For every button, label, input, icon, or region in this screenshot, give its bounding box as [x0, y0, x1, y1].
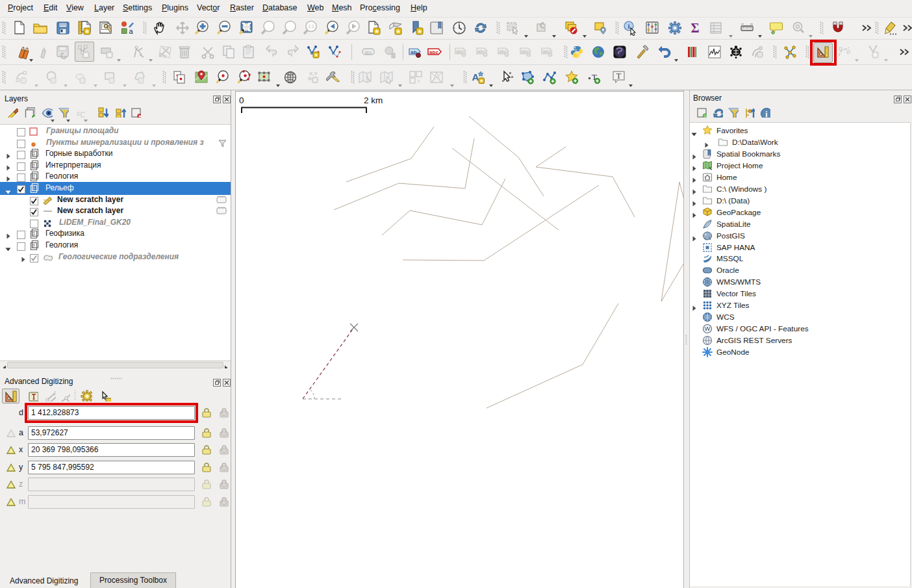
svg-text:0: 0 [239, 96, 244, 105]
svg-text:1:1: 1:1 [308, 24, 314, 29]
svg-text:Σ: Σ [690, 21, 699, 35]
svg-text:abc: abc [364, 49, 372, 55]
svg-text:X,Y: X,Y [309, 71, 318, 77]
svg-text:T: T [616, 71, 622, 81]
svg-text:ε: ε [418, 77, 420, 84]
svg-text:abc: abc [429, 49, 438, 55]
svg-text:a: a [129, 27, 134, 35]
svg-text:2 km: 2 km [364, 96, 383, 105]
svg-text:i: i [627, 22, 629, 30]
svg-text:ε: ε [77, 108, 81, 118]
